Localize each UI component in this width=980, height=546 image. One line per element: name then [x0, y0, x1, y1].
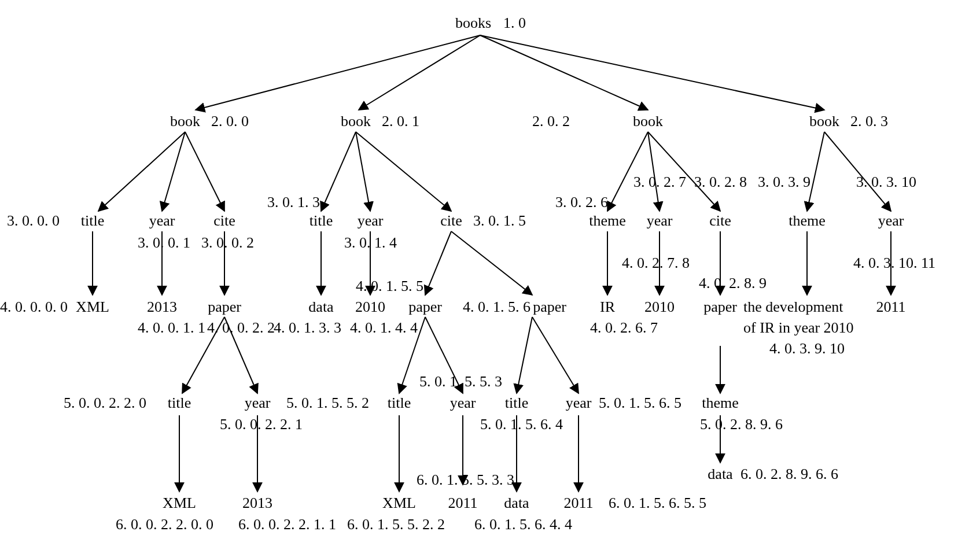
b1p2-title-leaf-label: data	[504, 495, 529, 511]
svg-line-3	[480, 35, 824, 110]
b1p1-title-label: title	[388, 394, 411, 411]
b0p-year-leaf-label: 2013	[242, 495, 272, 511]
b2-year-leaf-code: 4. 0. 2. 7. 8	[622, 254, 690, 271]
b0p-year-leaf-code: 6. 0. 0. 2. 2. 1. 1	[238, 516, 336, 533]
b1p2-title-leaf-code: 6. 0. 1. 5. 6. 4. 4	[474, 516, 572, 533]
b2p-theme-code: 5. 0. 2. 8. 9. 6	[700, 416, 783, 433]
b1p2-year-leaf-code: 6. 0. 1. 5. 6. 5. 5	[609, 495, 706, 511]
svg-line-16	[356, 132, 451, 211]
b1-title-code: 3. 0. 1. 3	[267, 194, 320, 211]
b2p-theme-leaf-label: data	[708, 466, 733, 482]
svg-line-15	[356, 132, 370, 211]
b1-title-label: title	[310, 212, 333, 229]
b2-year-leaf-label: 2010	[644, 298, 675, 315]
b0p-title-leaf-label: XML	[163, 495, 196, 511]
b2-theme-leaf-code: 4. 0. 2. 6. 7	[590, 319, 658, 336]
b3-theme-code: 3. 0. 3. 9	[758, 174, 810, 190]
b1p1-year-label: year	[450, 394, 476, 411]
b0-year-leaf-code: 4. 0. 0. 1. 1	[138, 319, 205, 336]
b1p1-title-leaf-code: 6. 0. 1. 5. 5. 2. 2	[347, 516, 445, 533]
b3-theme-leaf-line2: of IR in year 2010	[743, 319, 854, 336]
svg-line-19	[425, 231, 451, 295]
svg-line-29	[607, 132, 648, 211]
b1-cite-paper2-code: 4. 0. 1. 5. 6	[463, 298, 530, 315]
b1p2-year-code: 5. 0. 1. 5. 6. 5	[599, 394, 681, 411]
b0p-year-label: year	[245, 394, 271, 411]
b0p-title-code: 5. 0. 0. 2. 2. 0	[64, 394, 146, 411]
b1-title-leaf-label: data	[308, 298, 334, 315]
b1p1-title-leaf-label: XML	[382, 495, 416, 511]
b0-year-leaf-label: 2013	[147, 298, 177, 315]
b0-year-code: 3. 0. 0. 1	[138, 234, 190, 251]
svg-line-37	[807, 132, 824, 211]
b0-cite-paper-code: 4. 0. 0. 2. 2	[207, 319, 275, 336]
b1p1-year-leaf-label: 2011	[448, 495, 477, 511]
b2p-theme-leaf-code: 6. 0. 2. 8. 9. 6. 6	[740, 466, 838, 482]
b1-year-leaf-code: 4. 0. 1. 4. 4	[350, 319, 418, 336]
svg-line-2	[480, 35, 648, 110]
b0-title-leaf-label: XML	[76, 298, 109, 315]
b2-theme-leaf-label: IR	[600, 298, 616, 315]
b1-cite-paper1-label: paper	[408, 298, 442, 315]
svg-line-6	[185, 132, 224, 211]
b0-title-leaf-code: 4. 0. 0. 0. 0	[0, 298, 68, 315]
b1p2-year-leaf-label: 2011	[563, 495, 593, 511]
b3-year-label: year	[878, 212, 904, 229]
b1-cite-paper1-code: 4. 0. 1. 5. 5	[356, 278, 423, 294]
book0-code: 2. 0. 0	[211, 113, 249, 130]
svg-line-14	[321, 132, 356, 211]
b2-theme-code: 3. 0. 2. 6	[555, 194, 608, 211]
b2-cite-label: cite	[709, 212, 731, 229]
root-label: books	[455, 14, 491, 31]
b2-year-label: year	[647, 212, 673, 229]
book3-label: book	[809, 113, 839, 130]
b3-theme-leaf-line1: the development	[743, 298, 843, 315]
b3-year-leaf-code: 4. 0. 3. 10. 11	[853, 254, 935, 271]
book0-label: book	[170, 113, 200, 130]
book2-label: book	[633, 113, 663, 130]
b0-cite-paper-label: paper	[208, 298, 241, 315]
b0-cite-label: cite	[213, 212, 235, 229]
svg-line-31	[648, 132, 720, 211]
b1p1-year-code: 5. 0. 1. 5. 5. 3	[419, 373, 502, 390]
b0-cite-code: 3. 0. 0. 2	[201, 234, 254, 251]
b1-title-leaf-code: 4. 0. 1. 3. 3	[274, 319, 341, 336]
b0p-year-code: 5. 0. 0. 2. 2. 1	[220, 416, 303, 433]
b0-title-label: title	[81, 212, 104, 229]
tree-diagram: books 1. 0 book 2. 0. 0 book 2. 0. 1 2. …	[0, 0, 980, 546]
b1-cite-paper2-label: paper	[533, 298, 566, 315]
b2-cite-code: 3. 0. 2. 8	[694, 174, 747, 190]
svg-line-20	[451, 231, 532, 295]
svg-line-4	[98, 132, 185, 211]
b1p1-title-code: 5. 0. 1. 5. 5. 2	[286, 394, 369, 411]
b2-cite-paper-label: paper	[703, 298, 737, 315]
b3-year-code: 3. 0. 3. 10	[856, 174, 916, 190]
book2-code: 2. 0. 2	[532, 113, 570, 130]
b1p2-title-label: title	[505, 394, 528, 411]
b1-year-code: 3. 0. 1. 4	[344, 234, 397, 251]
b2-year-code: 3. 0. 2. 7	[633, 174, 686, 190]
b1p2-title-code: 5. 0. 1. 5. 6. 4	[480, 416, 563, 433]
b0-title-code: 3. 0. 0. 0	[7, 212, 60, 229]
b1-year-label: year	[358, 212, 384, 229]
b3-year-leaf-label: 2011	[876, 298, 905, 315]
svg-line-1	[359, 35, 480, 110]
svg-line-25	[517, 317, 532, 393]
svg-line-38	[824, 132, 891, 211]
b1p2-year-label: year	[566, 394, 592, 411]
b0p-title-label: title	[168, 394, 191, 411]
b2-cite-paper-code: 4. 0. 2. 8. 9	[699, 275, 767, 292]
book1-code: 2. 0. 1	[382, 113, 419, 130]
svg-line-0	[196, 35, 480, 110]
b0p-title-leaf-code: 6. 0. 0. 2. 2. 0. 0	[116, 516, 213, 533]
b2p-theme-label: theme	[702, 394, 739, 411]
book1-label: book	[341, 113, 371, 130]
b1-year-leaf-label: 2010	[355, 298, 385, 315]
b1p1-year-leaf-code: 6. 0. 1. 5. 5. 3. 3	[417, 471, 514, 488]
labels: books 1. 0 book 2. 0. 0 book 2. 0. 1 2. …	[0, 14, 935, 533]
b2-theme-label: theme	[589, 212, 626, 229]
svg-line-26	[532, 317, 579, 393]
svg-line-30	[648, 132, 660, 211]
root-code: 1. 0	[503, 14, 526, 31]
b0-year-label: year	[149, 212, 175, 229]
